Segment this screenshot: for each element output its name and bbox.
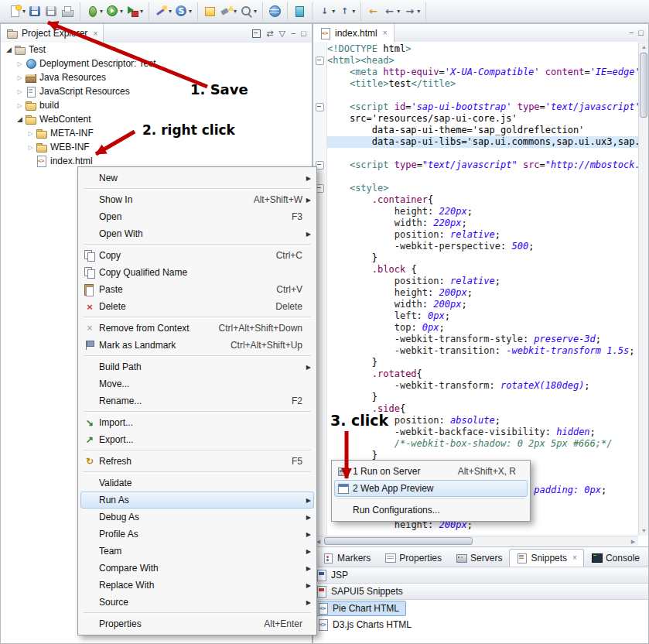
external-tools-button[interactable]: ▾ [125,4,145,19]
expand-arrow-icon[interactable]: ▷ [15,74,25,81]
menu-item-copy-qualified-name[interactable]: Copy Qualified Name [80,264,314,281]
menu-item-compare-with[interactable]: Compare With▶ [80,560,314,577]
open-task-button[interactable] [202,4,218,19]
close-icon[interactable]: × [93,29,97,38]
editor-horizontal-scrollbar[interactable]: ◀ ▶ [313,536,638,546]
snippet-drawer-sapui5-snippets[interactable]: SAPUI5 Snippets [313,584,648,600]
menu-item-run-as[interactable]: Run As▶ [80,492,314,509]
tab-snippets[interactable]: Snippets× [509,549,584,567]
dropdown-arrow-icon[interactable]: ▾ [234,8,237,15]
sap-tools-button[interactable]: S▾ [173,4,193,19]
dropdown-arrow-icon[interactable]: ▾ [140,8,143,15]
project-explorer-tab[interactable]: Project Explorer × [1,24,104,43]
menu-item-delete[interactable]: ×DeleteDelete [80,298,314,315]
expand-arrow-icon[interactable]: ▷ [15,60,25,67]
menu-item-source[interactable]: Source▶ [80,594,314,611]
menu-item-debug-as[interactable]: Debug As▶ [80,509,314,526]
dropdown-arrow-icon[interactable]: ▾ [417,8,420,15]
collapse-arrow-icon[interactable]: ◢ [4,46,14,53]
scrollbar-thumb[interactable] [640,53,647,118]
next-annotation-button[interactable]: ↓▾ [316,4,336,19]
debug-button[interactable]: ▾ [84,4,104,19]
snippet-drawer-jsp[interactable]: JSP [313,567,648,584]
save-all-button[interactable] [43,4,60,19]
last-edit-location-button[interactable]: ← [365,4,381,19]
menu-item-export[interactable]: ↗Export... [80,431,314,448]
menu-item-replace-with[interactable]: Replace With▶ [80,577,314,594]
dropdown-arrow-icon[interactable]: ▾ [120,8,123,15]
menu-item-refresh[interactable]: ↻RefreshF5 [80,453,314,470]
expand-arrow-icon[interactable]: ▷ [15,88,25,95]
tab-properties[interactable]: Properties [377,549,449,567]
scroll-down-icon[interactable]: ▼ [639,526,649,536]
collapse-all-icon[interactable] [252,29,261,38]
link-with-editor-icon[interactable]: ⇄ [266,29,273,38]
menu-item-rename[interactable]: Rename...F2 [80,392,314,409]
dropdown-arrow-icon[interactable]: ▾ [189,8,192,15]
collapse-arrow-icon[interactable]: ◢ [15,115,25,123]
new-wizard-button[interactable]: ▾ [153,4,173,19]
menu-item-profile-as[interactable]: Profile As▶ [80,526,314,543]
dropdown-arrow-icon[interactable]: ▾ [22,8,26,15]
scroll-up-icon[interactable]: ▲ [639,42,649,52]
minimize-icon[interactable]: − [629,29,634,37]
menu-item-show-in[interactable]: Show InAlt+Shift+W▶ [80,191,314,208]
save-button[interactable] [27,4,43,19]
menu-item-open-with[interactable]: Open With▶ [80,225,314,242]
menu-item-remove-from-context[interactable]: ×Remove from ContextCtrl+Alt+Shift+Down [80,320,314,337]
scrollbar-thumb[interactable] [324,537,473,545]
dropdown-arrow-icon[interactable]: ▾ [254,8,257,15]
view-menu-icon[interactable]: ▽ [278,29,285,38]
bookmark-button[interactable] [292,4,308,19]
menu-item-new[interactable]: New▶ [80,170,314,187]
snippet-item-d3-js-charts-html[interactable]: D3.js Charts HTML [313,616,648,632]
editor-vertical-scrollbar[interactable]: ▲ ▼ [638,42,648,536]
expand-arrow-icon[interactable]: ▷ [26,144,36,151]
tab-console[interactable]: Console [584,549,647,567]
web-browser-button[interactable] [267,4,283,19]
tab-markers[interactable]: Markers [316,549,377,567]
menu-item-copy[interactable]: CopyCtrl+C [80,247,314,264]
menu-item-move[interactable]: Move... [80,375,314,392]
expand-arrow-icon[interactable]: ▷ [15,102,25,109]
tree-item-java-resources[interactable]: ▷Java Resources [1,70,312,84]
menu-item-open[interactable]: OpenF3 [80,208,314,225]
menu-item-paste[interactable]: PasteCtrl+V [80,281,314,298]
print-button[interactable] [60,4,76,19]
dropdown-arrow-icon[interactable]: ▾ [352,8,355,15]
scroll-right-icon[interactable]: ▶ [628,536,638,546]
menu-item-team[interactable]: Team▶ [80,543,314,560]
forward-button[interactable]: →▾ [401,4,422,19]
fold-collapse-icon[interactable] [316,57,324,65]
tree-item-build[interactable]: ▷build [1,98,312,112]
open-resource-button[interactable]: ▾ [238,4,258,19]
dropdown-arrow-icon[interactable]: ▾ [332,8,335,15]
editor-tab-index-html[interactable]: index.html × [313,24,395,42]
dropdown-arrow-icon[interactable]: ▾ [397,8,400,15]
tree-item-test[interactable]: ◢Test [1,43,312,57]
menu-item-mark-as-landmark[interactable]: Mark as LandmarkCtrl+Alt+Shift+Up [80,337,314,354]
dropdown-arrow-icon[interactable]: ▾ [100,8,103,15]
menu-item-2-web-app-preview[interactable]: 2 Web App Preview [334,480,528,497]
close-icon[interactable]: × [383,29,388,37]
back-button[interactable]: ←▾ [381,4,401,19]
fold-collapse-icon[interactable] [316,103,324,111]
close-icon[interactable]: × [572,553,577,562]
previous-annotation-button[interactable]: ↑▾ [336,4,357,19]
tab-servers[interactable]: Servers [449,549,509,567]
menu-item-properties[interactable]: PropertiesAlt+Enter [80,615,314,632]
dropdown-arrow-icon[interactable]: ▾ [169,8,172,15]
menu-item-build-path[interactable]: Build Path▶ [80,358,314,375]
menu-item-1-run-on-server[interactable]: 1 Run on ServerAlt+Shift+X, R [334,463,528,480]
expand-arrow-icon[interactable]: ▷ [26,130,36,137]
menu-item-run-configurations[interactable]: Run Configurations... [334,502,528,519]
run-button[interactable]: ▾ [104,4,125,19]
tree-item-web-inf[interactable]: ▷WEB-INF [1,140,312,154]
minimize-icon[interactable]: − [291,29,295,38]
maximize-icon[interactable]: □ [638,29,644,37]
tree-item-javascript-resources[interactable]: ▷JavaScript Resources [1,84,312,98]
search-button[interactable]: ▾ [218,4,238,19]
new-button[interactable]: ▾ [7,4,27,19]
tree-item-deployment-descriptor-test[interactable]: ▷Deployment Descriptor: Test [1,57,312,70]
snippet-item-pie-chart-html[interactable]: Pie Chart HTML [313,600,648,616]
